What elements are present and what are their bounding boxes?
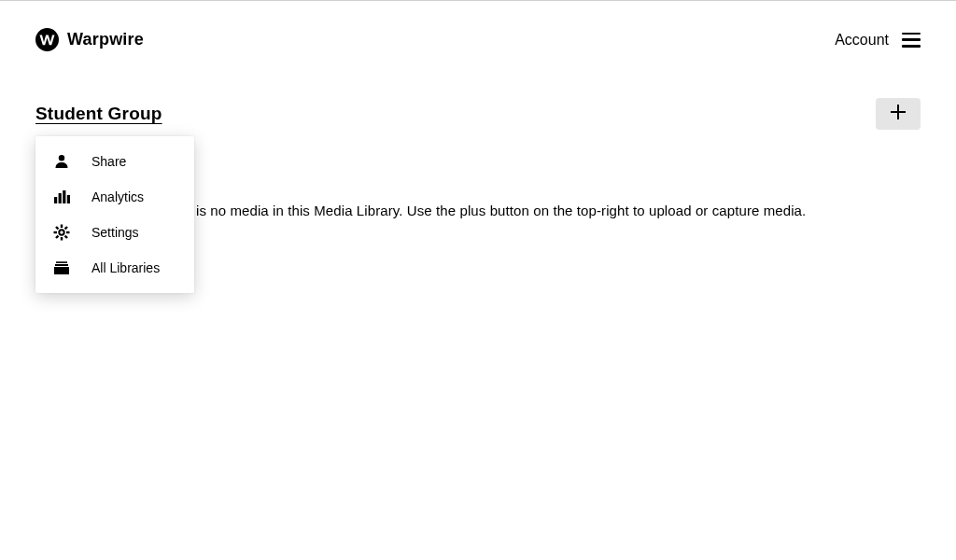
svg-point-1	[59, 155, 64, 161]
dropdown-item-settings[interactable]: Settings	[35, 215, 194, 250]
svg-rect-16	[56, 261, 67, 263]
svg-rect-10	[64, 226, 68, 230]
header-right: Account	[835, 32, 921, 49]
gear-icon	[52, 223, 71, 242]
svg-rect-8	[54, 231, 58, 233]
svg-rect-6	[61, 225, 63, 229]
dropdown-item-label: Share	[91, 154, 126, 169]
svg-rect-3	[59, 193, 62, 203]
brand[interactable]: Warpwire	[35, 28, 144, 51]
person-icon	[52, 152, 71, 171]
svg-rect-5	[67, 195, 70, 203]
dropdown-item-label: All Libraries	[91, 260, 160, 275]
svg-rect-2	[54, 197, 57, 203]
plus-icon	[890, 104, 907, 124]
dropdown-item-label: Settings	[91, 225, 139, 240]
header: Warpwire Account	[0, 1, 956, 53]
libraries-icon	[52, 259, 71, 277]
svg-point-0	[35, 28, 59, 51]
page-title[interactable]: Student Group	[35, 104, 162, 124]
menu-icon[interactable]	[902, 33, 921, 48]
brand-logo-icon	[35, 28, 59, 51]
svg-rect-12	[55, 226, 59, 230]
analytics-icon	[52, 188, 71, 206]
dropdown-item-share[interactable]: Share	[35, 144, 194, 179]
account-link[interactable]: Account	[835, 32, 889, 49]
brand-name: Warpwire	[67, 30, 144, 49]
svg-rect-11	[55, 235, 59, 239]
svg-rect-7	[61, 237, 63, 241]
page-title-dropdown: Share Analytics	[35, 136, 194, 293]
add-button[interactable]	[876, 98, 921, 130]
dropdown-item-label: Analytics	[91, 189, 144, 204]
svg-rect-15	[55, 264, 68, 266]
svg-rect-9	[66, 231, 70, 233]
dropdown-item-analytics[interactable]: Analytics	[35, 179, 194, 215]
titlebar: Student Group	[0, 53, 956, 130]
dropdown-item-all-libraries[interactable]: All Libraries	[35, 250, 194, 286]
svg-rect-14	[54, 267, 69, 274]
svg-rect-4	[63, 190, 65, 203]
svg-rect-13	[64, 235, 68, 239]
